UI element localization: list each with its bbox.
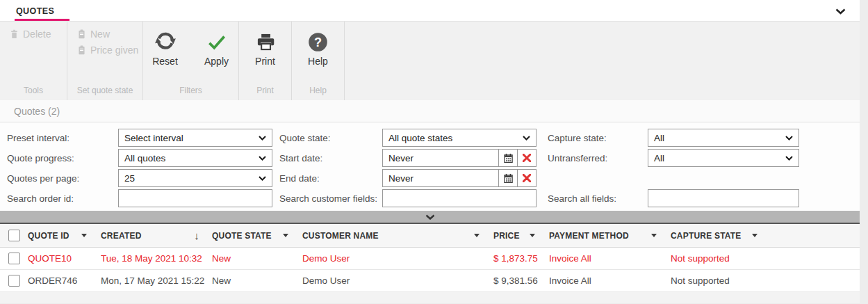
- printer-icon: [256, 32, 275, 51]
- check-icon: [206, 31, 227, 52]
- search-order-id-input[interactable]: [118, 189, 272, 207]
- start-date-clear-button[interactable]: [517, 149, 537, 167]
- cell-quote-state: New: [212, 253, 302, 264]
- column-header-price[interactable]: PRICE: [493, 224, 549, 247]
- table-row[interactable]: ORDER746 Mon, 17 May 2021 15:22 New Demo…: [0, 270, 860, 292]
- start-date-label: Start date:: [272, 149, 382, 167]
- column-filter-icon[interactable]: [530, 234, 535, 237]
- chevron-down-icon: [835, 8, 846, 15]
- section-header: Quotes (2): [0, 100, 860, 122]
- cell-customer-name: Demo User: [302, 253, 493, 264]
- ribbon-group-help: ? Help Help: [292, 22, 345, 100]
- column-header-capture-state[interactable]: CAPTURE STATE: [671, 224, 771, 247]
- column-filter-icon[interactable]: [81, 234, 87, 237]
- tab-quotes-label: QUOTES: [16, 6, 54, 16]
- active-tab-indicator: [15, 19, 69, 21]
- ribbon-group-label: Help: [292, 86, 344, 95]
- row-checkbox[interactable]: [8, 275, 20, 287]
- select-all-checkbox[interactable]: [8, 230, 20, 241]
- ribbon-collapse-button[interactable]: [833, 5, 847, 17]
- column-header-customer-name[interactable]: CUSTOMER NAME: [302, 224, 493, 247]
- quotes-page: QUOTES Delete Tools: [0, 0, 868, 304]
- search-order-id-label: Search order id:: [7, 189, 118, 207]
- chevron-down-icon: [259, 136, 266, 141]
- chevron-down-icon: [523, 136, 530, 141]
- column-filter-icon[interactable]: [283, 234, 288, 237]
- section-title: Quotes (2): [14, 106, 60, 117]
- end-date-calendar-button[interactable]: [498, 169, 518, 187]
- quote-state-label: Quote state:: [272, 129, 382, 147]
- ribbon-group-label: Print: [239, 86, 291, 95]
- filter-collapse-bar[interactable]: [0, 211, 860, 223]
- preset-interval-label: Preset interval:: [7, 129, 118, 147]
- cell-payment-method: Invoice All: [549, 275, 671, 286]
- column-filter-icon[interactable]: [474, 234, 480, 237]
- apply-filters-button[interactable]: Apply: [196, 26, 238, 67]
- column-filter-icon[interactable]: [752, 234, 758, 237]
- column-header-label: QUOTE ID: [28, 231, 69, 241]
- chevron-down-icon: [785, 136, 793, 141]
- column-filter-icon[interactable]: [651, 234, 657, 237]
- column-header-label: PRICE: [493, 231, 520, 241]
- clear-x-icon: [523, 154, 531, 162]
- cell-payment-method: Invoice All: [549, 253, 671, 264]
- table-footer-filler: [0, 292, 860, 303]
- end-date-label: End date:: [272, 169, 382, 187]
- untransferred-label: Untransferred:: [537, 149, 648, 167]
- capture-state-select[interactable]: All: [648, 129, 799, 147]
- column-header-quote-state[interactable]: QUOTE STATE: [212, 224, 302, 247]
- filter-panel: Preset interval: Select interval Quote s…: [0, 122, 860, 211]
- end-date-group: [382, 169, 537, 187]
- column-header-label: QUOTE STATE: [212, 231, 272, 241]
- cell-capture-state: Not supported: [671, 253, 771, 264]
- column-header-created[interactable]: CREATED ↓: [101, 224, 212, 247]
- row-checkbox[interactable]: [8, 253, 20, 264]
- ribbon-group-tools: Delete Tools: [0, 22, 67, 100]
- search-all-fields-input[interactable]: [648, 189, 799, 207]
- delete-button[interactable]: Delete: [10, 29, 67, 40]
- price-given-button-label: Price given: [90, 45, 138, 56]
- ribbon: Delete Tools New: [0, 22, 860, 100]
- sort-descending-icon: ↓: [194, 230, 199, 241]
- start-date-calendar-button[interactable]: [498, 149, 518, 167]
- quote-state-value: All quote states: [388, 133, 452, 143]
- cell-created: Mon, 17 May 2021 15:22: [101, 275, 212, 286]
- preset-interval-select[interactable]: Select interval: [118, 129, 272, 147]
- delete-button-label: Delete: [23, 29, 51, 40]
- quotes-table: QUOTE ID CREATED ↓ QUOTE STATE CUSTOMER …: [0, 223, 860, 303]
- column-header-payment-method[interactable]: PAYMENT METHOD: [549, 224, 671, 247]
- print-button-label: Print: [255, 56, 275, 67]
- filter-empty-cell: [537, 169, 648, 187]
- end-date-input[interactable]: [382, 169, 499, 187]
- ribbon-group-label: Set quote state: [67, 86, 142, 95]
- print-button[interactable]: Print: [245, 26, 286, 67]
- column-header-quote-id[interactable]: QUOTE ID: [28, 224, 101, 247]
- column-header-label: CAPTURE STATE: [671, 231, 742, 241]
- new-state-button-label: New: [90, 29, 110, 40]
- chevron-down-icon: [259, 176, 266, 181]
- table-header-row: QUOTE ID CREATED ↓ QUOTE STATE CUSTOMER …: [0, 224, 860, 248]
- untransferred-value: All: [654, 153, 664, 163]
- untransferred-select[interactable]: All: [648, 149, 799, 167]
- table-row[interactable]: QUOTE10 Tue, 18 May 2021 10:32 New Demo …: [0, 248, 860, 270]
- capture-state-label: Capture state:: [537, 129, 648, 147]
- trash-icon: [10, 29, 19, 39]
- apply-button-label: Apply: [204, 56, 229, 67]
- help-button[interactable]: ? Help: [297, 26, 339, 67]
- cell-created: Tue, 18 May 2021 10:32: [101, 253, 212, 264]
- clipboard-icon: [77, 45, 86, 55]
- price-given-button[interactable]: Price given: [77, 45, 142, 56]
- clipboard-icon: [77, 29, 86, 39]
- quotes-per-page-select[interactable]: 25: [118, 169, 272, 187]
- filter-empty-cell: [648, 169, 799, 187]
- new-state-button[interactable]: New: [77, 29, 142, 40]
- reset-filters-button[interactable]: Reset: [145, 26, 186, 67]
- ribbon-group-print: Print Print: [239, 22, 292, 100]
- chevron-down-icon: [425, 214, 435, 220]
- ribbon-spacer: [345, 22, 860, 100]
- quote-progress-select[interactable]: All quotes: [118, 149, 272, 167]
- quote-state-select[interactable]: All quote states: [382, 129, 537, 147]
- start-date-input[interactable]: [382, 149, 499, 167]
- end-date-clear-button[interactable]: [517, 169, 537, 187]
- search-customer-fields-input[interactable]: [382, 189, 537, 207]
